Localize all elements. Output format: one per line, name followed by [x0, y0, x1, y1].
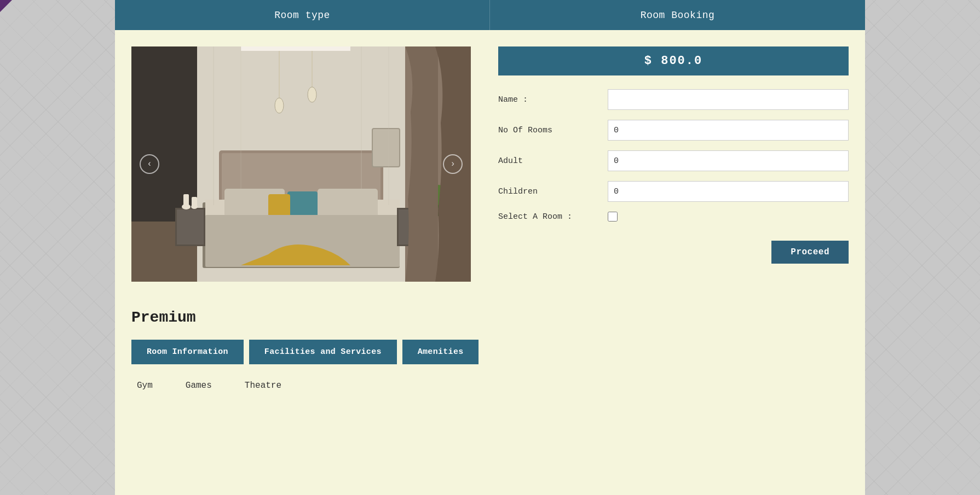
rooms-input[interactable]: [608, 120, 849, 141]
header-right: Room Booking: [490, 0, 865, 30]
content-area: ‹ › $ 800.0 Name : No Of Rooms Ad: [115, 30, 865, 298]
svg-rect-25: [183, 194, 189, 207]
amenity-games: Games: [186, 381, 212, 391]
children-group: Children: [498, 181, 849, 202]
main-container: Room type Room Booking: [115, 0, 865, 495]
name-input[interactable]: [608, 89, 849, 110]
room-image: [131, 46, 471, 282]
children-input[interactable]: [608, 181, 849, 202]
select-room-checkbox[interactable]: [608, 212, 618, 222]
svg-point-10: [308, 87, 316, 102]
amenities-row: Gym Games Theatre: [131, 381, 849, 391]
svg-rect-32: [372, 129, 400, 167]
tabs-row: Room Information Facilities and Services…: [131, 340, 849, 364]
tab-facilities-services[interactable]: Facilities and Services: [249, 340, 397, 364]
children-label: Children: [498, 187, 608, 196]
tab-room-information[interactable]: Room Information: [131, 340, 244, 364]
room-image-container: ‹ ›: [131, 46, 471, 282]
header: Room type Room Booking: [115, 0, 865, 30]
next-arrow-button[interactable]: ›: [443, 154, 463, 174]
room-type-title: Room type: [274, 10, 330, 21]
amenity-theatre: Theatre: [245, 381, 281, 391]
room-name: Premium: [131, 309, 849, 326]
select-room-group: Select A Room :: [498, 212, 849, 222]
svg-rect-27: [192, 197, 197, 207]
svg-rect-6: [241, 46, 350, 51]
prev-arrow-button[interactable]: ‹: [140, 154, 159, 174]
adult-input[interactable]: [608, 150, 849, 171]
left-column: ‹ ›: [131, 46, 487, 282]
svg-rect-21: [177, 209, 204, 244]
tab-amenities[interactable]: Amenities: [402, 340, 479, 364]
select-room-label: Select A Room :: [498, 212, 608, 222]
adult-label: Adult: [498, 156, 608, 166]
header-left: Room type: [115, 0, 490, 30]
right-column: $ 800.0 Name : No Of Rooms Adult Childre…: [487, 46, 849, 282]
price-display: $ 800.0: [498, 46, 849, 75]
proceed-button[interactable]: Proceed: [771, 241, 849, 264]
chevron-left-icon: ‹: [147, 159, 152, 169]
room-booking-title: Room Booking: [641, 10, 715, 21]
svg-rect-17: [287, 191, 318, 219]
adult-group: Adult: [498, 150, 849, 171]
name-label: Name :: [498, 95, 608, 104]
rooms-group: No Of Rooms: [498, 120, 849, 141]
chevron-right-icon: ›: [450, 159, 456, 169]
svg-point-9: [275, 98, 284, 113]
name-group: Name :: [498, 89, 849, 110]
rooms-label: No Of Rooms: [498, 126, 608, 135]
amenity-gym: Gym: [137, 381, 153, 391]
bottom-section: Premium Room Information Facilities and …: [115, 298, 865, 407]
proceed-row: Proceed: [498, 235, 849, 264]
